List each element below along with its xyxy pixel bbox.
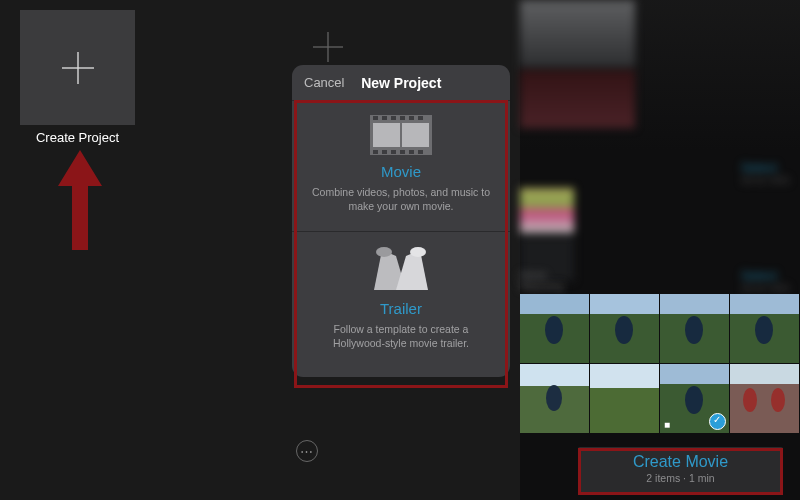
svg-rect-11	[400, 116, 405, 120]
checkmark-badge	[709, 413, 726, 430]
svg-point-46	[743, 388, 757, 412]
svg-rect-14	[373, 150, 378, 154]
plus-icon	[58, 48, 98, 88]
select-link[interactable]: Select Jul 10, 2021	[741, 268, 790, 293]
svg-point-26	[545, 316, 563, 344]
media-thumb[interactable]	[730, 364, 799, 433]
svg-rect-18	[409, 150, 414, 154]
dialog-header: Cancel New Project	[292, 65, 510, 101]
new-project-dialog: Cancel New Project Movie C	[292, 65, 510, 377]
movie-option-title: Movie	[310, 163, 492, 180]
album-label: Home Mapusing	[520, 270, 563, 292]
svg-rect-13	[418, 116, 423, 120]
create-movie-button[interactable]: Create Movie 2 items · 1 min	[578, 447, 783, 493]
svg-rect-44	[730, 364, 799, 384]
spotlight-icon	[310, 246, 492, 292]
media-grid: ■	[520, 294, 799, 433]
svg-rect-7	[402, 123, 429, 147]
media-thumb[interactable]	[590, 364, 659, 433]
step-panel-newproject: Cancel New Project Movie C	[266, 0, 520, 500]
svg-rect-36	[520, 364, 589, 386]
annotation-arrow	[58, 150, 102, 250]
step-panel-create: Create Project	[0, 0, 266, 500]
media-thumb[interactable]	[520, 294, 589, 363]
svg-rect-40	[590, 388, 659, 433]
create-movie-title: Create Movie	[578, 453, 783, 471]
svg-rect-12	[409, 116, 414, 120]
svg-rect-33	[730, 294, 799, 314]
svg-point-47	[771, 388, 785, 412]
dialog-title: New Project	[304, 75, 498, 91]
movie-option[interactable]: Movie Combine videos, photos, and music …	[292, 101, 510, 232]
svg-marker-2	[58, 150, 102, 250]
select-label-text: Select	[741, 160, 777, 175]
svg-rect-16	[391, 150, 396, 154]
svg-rect-24	[520, 294, 589, 314]
svg-rect-39	[590, 364, 659, 388]
step-panel-mediapicker: Select Jul 10, 2021 Select Jul 10, 2021 …	[520, 0, 800, 500]
trailer-option-desc: Follow a template to create a Hollywood-…	[310, 323, 492, 350]
movie-option-desc: Combine videos, photos, and music to mak…	[310, 186, 492, 213]
svg-rect-19	[418, 150, 423, 154]
video-icon: ■	[664, 419, 670, 430]
svg-rect-8	[373, 116, 378, 120]
select-label-text: Select	[741, 268, 777, 283]
svg-point-43	[685, 386, 703, 414]
svg-point-22	[376, 247, 392, 257]
create-project-label: Create Project	[20, 130, 135, 145]
svg-point-32	[685, 316, 703, 344]
svg-rect-15	[382, 150, 387, 154]
create-movie-sub: 2 items · 1 min	[578, 472, 783, 484]
svg-point-35	[755, 316, 773, 344]
media-thumb[interactable]: ■	[660, 364, 729, 433]
svg-rect-10	[391, 116, 396, 120]
create-project-tile[interactable]	[20, 10, 135, 125]
svg-rect-27	[590, 294, 659, 314]
media-thumb[interactable]	[730, 294, 799, 363]
select-link[interactable]: Select Jul 10, 2021	[741, 160, 790, 185]
more-button[interactable]: ⋯	[296, 440, 318, 462]
svg-point-23	[410, 247, 426, 257]
svg-rect-41	[660, 364, 729, 384]
select-date: Jul 10, 2021	[741, 175, 790, 185]
media-thumb[interactable]	[590, 294, 659, 363]
select-date: Jul 10, 2021	[741, 283, 790, 293]
svg-rect-6	[373, 123, 400, 147]
svg-point-38	[546, 385, 562, 411]
plus-icon	[311, 30, 345, 68]
svg-point-29	[615, 316, 633, 344]
trailer-option[interactable]: Trailer Follow a template to create a Ho…	[292, 232, 510, 368]
svg-rect-45	[730, 384, 799, 433]
filmstrip-icon	[310, 115, 492, 155]
media-thumb[interactable]	[520, 364, 589, 433]
svg-rect-17	[400, 150, 405, 154]
media-thumb[interactable]	[660, 294, 729, 363]
svg-rect-30	[660, 294, 729, 314]
trailer-option-title: Trailer	[310, 300, 492, 317]
svg-marker-21	[396, 250, 428, 290]
svg-rect-9	[382, 116, 387, 120]
